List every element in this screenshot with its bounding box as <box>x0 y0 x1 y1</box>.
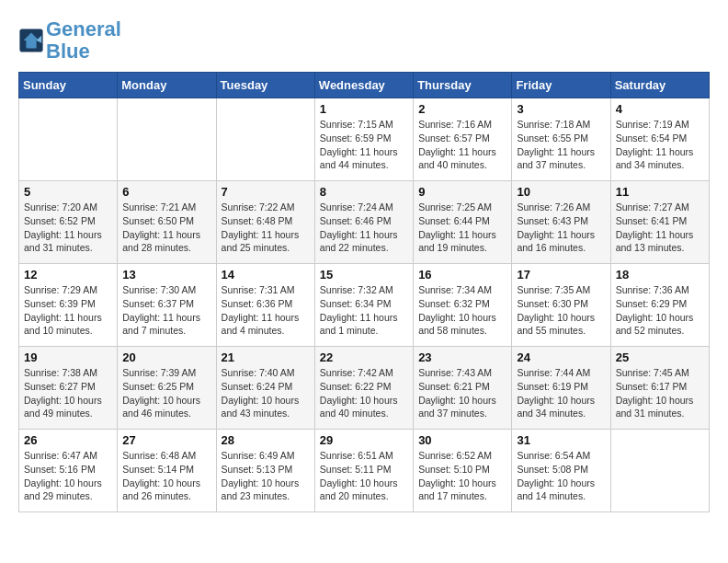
calendar-week-row: 26Sunrise: 6:47 AM Sunset: 5:16 PM Dayli… <box>19 430 710 512</box>
page-header: GeneralBlue <box>18 18 710 63</box>
day-info: Sunrise: 6:54 AM Sunset: 5:08 PM Dayligh… <box>517 449 605 503</box>
calendar-cell: 28Sunrise: 6:49 AM Sunset: 5:13 PM Dayli… <box>216 430 314 512</box>
day-number: 24 <box>517 350 605 364</box>
calendar-week-row: 5Sunrise: 7:20 AM Sunset: 6:52 PM Daylig… <box>19 181 710 264</box>
calendar-cell: 12Sunrise: 7:29 AM Sunset: 6:39 PM Dayli… <box>19 264 118 347</box>
day-of-week-header: Wednesday <box>314 73 413 98</box>
day-info: Sunrise: 7:24 AM Sunset: 6:46 PM Dayligh… <box>320 201 408 255</box>
calendar-week-row: 19Sunrise: 7:38 AM Sunset: 6:27 PM Dayli… <box>19 347 710 430</box>
calendar-cell: 11Sunrise: 7:27 AM Sunset: 6:41 PM Dayli… <box>610 181 709 264</box>
day-number: 27 <box>122 433 210 447</box>
day-of-week-header: Thursday <box>414 73 512 98</box>
day-number: 15 <box>320 268 408 282</box>
day-number: 6 <box>122 185 210 199</box>
calendar-cell: 2Sunrise: 7:16 AM Sunset: 6:57 PM Daylig… <box>414 98 512 181</box>
day-number: 13 <box>122 268 210 282</box>
calendar-cell: 9Sunrise: 7:25 AM Sunset: 6:44 PM Daylig… <box>414 181 512 264</box>
day-info: Sunrise: 7:25 AM Sunset: 6:44 PM Dayligh… <box>418 201 506 255</box>
day-number: 8 <box>320 185 408 199</box>
logo: GeneralBlue <box>18 18 121 63</box>
day-of-week-header: Monday <box>118 73 216 98</box>
calendar-cell: 26Sunrise: 6:47 AM Sunset: 5:16 PM Dayli… <box>19 430 118 512</box>
calendar-cell: 17Sunrise: 7:35 AM Sunset: 6:30 PM Dayli… <box>512 264 610 347</box>
calendar-cell: 29Sunrise: 6:51 AM Sunset: 5:11 PM Dayli… <box>314 430 413 512</box>
day-number: 29 <box>320 433 408 447</box>
day-number: 2 <box>418 102 506 116</box>
day-number: 11 <box>616 185 704 199</box>
day-info: Sunrise: 7:20 AM Sunset: 6:52 PM Dayligh… <box>24 201 112 255</box>
day-of-week-header: Sunday <box>19 73 118 98</box>
calendar-cell <box>216 98 314 181</box>
day-of-week-header: Saturday <box>610 73 709 98</box>
calendar-cell: 5Sunrise: 7:20 AM Sunset: 6:52 PM Daylig… <box>19 181 118 264</box>
day-info: Sunrise: 6:51 AM Sunset: 5:11 PM Dayligh… <box>320 449 408 503</box>
day-info: Sunrise: 7:30 AM Sunset: 6:37 PM Dayligh… <box>122 283 210 338</box>
day-info: Sunrise: 6:52 AM Sunset: 5:10 PM Dayligh… <box>418 449 506 503</box>
day-number: 23 <box>418 350 506 364</box>
day-number: 14 <box>222 268 310 282</box>
day-number: 31 <box>517 433 605 447</box>
calendar-cell: 31Sunrise: 6:54 AM Sunset: 5:08 PM Dayli… <box>512 430 610 512</box>
calendar-cell: 15Sunrise: 7:32 AM Sunset: 6:34 PM Dayli… <box>314 264 413 347</box>
day-info: Sunrise: 7:18 AM Sunset: 6:55 PM Dayligh… <box>517 118 605 172</box>
day-number: 17 <box>517 268 605 282</box>
day-info: Sunrise: 7:38 AM Sunset: 6:27 PM Dayligh… <box>24 366 112 420</box>
day-number: 3 <box>517 102 605 116</box>
calendar-header-row: SundayMondayTuesdayWednesdayThursdayFrid… <box>19 73 710 98</box>
day-info: Sunrise: 7:36 AM Sunset: 6:29 PM Dayligh… <box>616 283 704 338</box>
day-info: Sunrise: 7:45 AM Sunset: 6:17 PM Dayligh… <box>616 366 704 420</box>
day-of-week-header: Friday <box>512 73 610 98</box>
calendar-cell: 6Sunrise: 7:21 AM Sunset: 6:50 PM Daylig… <box>118 181 216 264</box>
calendar-cell: 25Sunrise: 7:45 AM Sunset: 6:17 PM Dayli… <box>610 347 709 430</box>
calendar-week-row: 12Sunrise: 7:29 AM Sunset: 6:39 PM Dayli… <box>19 264 710 347</box>
day-info: Sunrise: 6:49 AM Sunset: 5:13 PM Dayligh… <box>222 449 310 503</box>
day-info: Sunrise: 7:19 AM Sunset: 6:54 PM Dayligh… <box>616 118 704 172</box>
day-info: Sunrise: 7:44 AM Sunset: 6:19 PM Dayligh… <box>517 366 605 420</box>
day-number: 30 <box>418 433 506 447</box>
calendar-cell: 18Sunrise: 7:36 AM Sunset: 6:29 PM Dayli… <box>610 264 709 347</box>
day-info: Sunrise: 6:47 AM Sunset: 5:16 PM Dayligh… <box>24 449 112 503</box>
day-number: 28 <box>222 433 310 447</box>
calendar-cell: 27Sunrise: 6:48 AM Sunset: 5:14 PM Dayli… <box>118 430 216 512</box>
day-number: 1 <box>320 102 408 116</box>
calendar-cell <box>19 98 118 181</box>
day-number: 4 <box>616 102 704 116</box>
day-info: Sunrise: 7:40 AM Sunset: 6:24 PM Dayligh… <box>222 366 310 420</box>
day-info: Sunrise: 7:31 AM Sunset: 6:36 PM Dayligh… <box>222 283 310 338</box>
day-info: Sunrise: 7:29 AM Sunset: 6:39 PM Dayligh… <box>24 283 112 338</box>
day-info: Sunrise: 7:34 AM Sunset: 6:32 PM Dayligh… <box>418 283 506 338</box>
calendar-cell: 10Sunrise: 7:26 AM Sunset: 6:43 PM Dayli… <box>512 181 610 264</box>
day-info: Sunrise: 6:48 AM Sunset: 5:14 PM Dayligh… <box>122 449 210 503</box>
day-of-week-header: Tuesday <box>216 73 314 98</box>
logo-icon <box>18 28 44 53</box>
calendar-cell: 30Sunrise: 6:52 AM Sunset: 5:10 PM Dayli… <box>414 430 512 512</box>
day-number: 22 <box>320 350 408 364</box>
calendar-cell: 20Sunrise: 7:39 AM Sunset: 6:25 PM Dayli… <box>118 347 216 430</box>
calendar-cell: 7Sunrise: 7:22 AM Sunset: 6:48 PM Daylig… <box>216 181 314 264</box>
day-info: Sunrise: 7:32 AM Sunset: 6:34 PM Dayligh… <box>320 283 408 338</box>
calendar-body: 1Sunrise: 7:15 AM Sunset: 6:59 PM Daylig… <box>19 98 710 512</box>
logo-text: GeneralBlue <box>46 18 121 63</box>
day-number: 18 <box>616 268 704 282</box>
calendar-cell: 1Sunrise: 7:15 AM Sunset: 6:59 PM Daylig… <box>314 98 413 181</box>
calendar-cell: 3Sunrise: 7:18 AM Sunset: 6:55 PM Daylig… <box>512 98 610 181</box>
day-info: Sunrise: 7:16 AM Sunset: 6:57 PM Dayligh… <box>418 118 506 172</box>
calendar-cell: 24Sunrise: 7:44 AM Sunset: 6:19 PM Dayli… <box>512 347 610 430</box>
calendar-cell: 14Sunrise: 7:31 AM Sunset: 6:36 PM Dayli… <box>216 264 314 347</box>
day-info: Sunrise: 7:43 AM Sunset: 6:21 PM Dayligh… <box>418 366 506 420</box>
calendar-cell: 19Sunrise: 7:38 AM Sunset: 6:27 PM Dayli… <box>19 347 118 430</box>
calendar-table: SundayMondayTuesdayWednesdayThursdayFrid… <box>18 72 710 512</box>
day-number: 19 <box>24 350 112 364</box>
calendar-cell: 13Sunrise: 7:30 AM Sunset: 6:37 PM Dayli… <box>118 264 216 347</box>
day-info: Sunrise: 7:39 AM Sunset: 6:25 PM Dayligh… <box>122 366 210 420</box>
day-number: 12 <box>24 268 112 282</box>
calendar-cell: 22Sunrise: 7:42 AM Sunset: 6:22 PM Dayli… <box>314 347 413 430</box>
day-number: 21 <box>222 350 310 364</box>
day-number: 10 <box>517 185 605 199</box>
day-info: Sunrise: 7:15 AM Sunset: 6:59 PM Dayligh… <box>320 118 408 172</box>
day-number: 16 <box>418 268 506 282</box>
calendar-cell <box>610 430 709 512</box>
day-number: 25 <box>616 350 704 364</box>
calendar-cell: 21Sunrise: 7:40 AM Sunset: 6:24 PM Dayli… <box>216 347 314 430</box>
day-info: Sunrise: 7:26 AM Sunset: 6:43 PM Dayligh… <box>517 201 605 255</box>
